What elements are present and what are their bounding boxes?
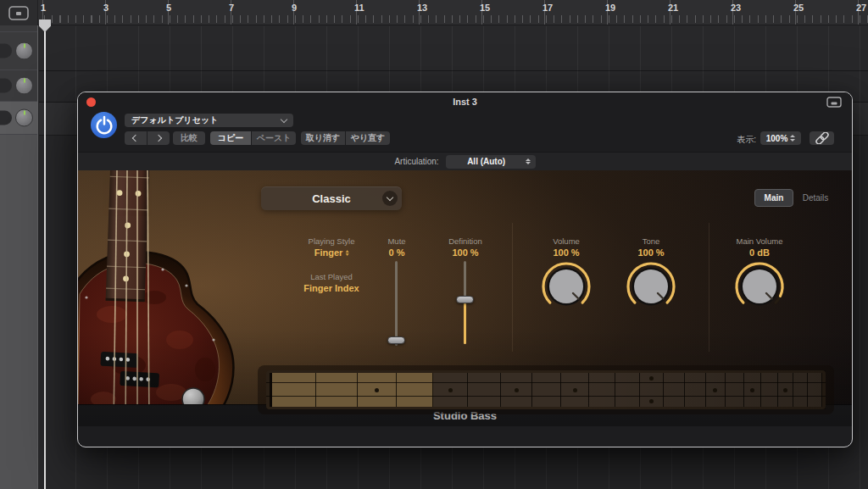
ruler-bar-label: 11	[354, 3, 364, 13]
plugin-window: Inst 3 デフォルトプリセット 比較 コピー ペースト 取り消す	[77, 92, 853, 447]
window-mode-icon[interactable]	[826, 97, 842, 108]
sound-preset-select[interactable]: Classic	[261, 186, 402, 210]
ruler-bar-label: 19	[605, 3, 615, 13]
track-mute-button[interactable]	[0, 44, 12, 58]
instrument-panel: Classic Main Details Playing Style Finge…	[78, 170, 852, 426]
ruler-bar-label: 7	[229, 3, 234, 13]
track-mute-button[interactable]	[0, 111, 12, 125]
playing-style-label: Playing Style	[309, 236, 355, 246]
fret-cell-11[interactable]	[615, 373, 640, 407]
fret-cell-19[interactable]	[778, 373, 793, 407]
fret-cell-5[interactable]	[433, 373, 468, 407]
playing-style-select[interactable]: Finger	[314, 247, 349, 258]
fret-cell-10[interactable]	[589, 373, 615, 407]
fret-cell-3[interactable]	[358, 373, 397, 407]
power-icon	[92, 113, 117, 138]
track-lane-1[interactable]	[39, 26, 868, 71]
fret-cell-15[interactable]	[706, 373, 726, 407]
chevron-left-icon	[132, 135, 139, 142]
fret-cell-9[interactable]	[561, 373, 589, 407]
mute-slider-track[interactable]	[395, 261, 398, 346]
paste-button[interactable]: ペースト	[252, 131, 296, 145]
tab-details[interactable]: Details	[793, 189, 837, 207]
ruler-bar-label: 27	[856, 3, 866, 13]
power-button[interactable]	[91, 112, 117, 138]
fret-cell-14[interactable]	[685, 373, 705, 407]
articulation-select[interactable]: All (Auto)	[446, 155, 536, 169]
ruler-bar-label: 5	[166, 3, 171, 13]
fret-cell-21[interactable]	[808, 373, 821, 407]
plugin-titlebar[interactable]: Inst 3	[78, 92, 852, 111]
plugin-header: デフォルトプリセット 比較 コピー ペースト 取り消す やり直す 表示: 100…	[78, 111, 852, 152]
compare-button[interactable]: 比較	[173, 131, 205, 145]
tone-knob[interactable]	[624, 259, 678, 314]
gutter-spacer	[0, 25, 37, 32]
volume-label: Volume	[553, 236, 580, 246]
track-header-2[interactable]	[0, 70, 37, 102]
undo-button[interactable]: 取り消す	[301, 131, 345, 145]
track-mute-button[interactable]	[0, 79, 12, 93]
track-pan-knob[interactable]	[15, 77, 33, 95]
next-preset-button[interactable]	[147, 131, 170, 145]
previous-preset-button[interactable]	[125, 131, 147, 145]
fret-cells	[270, 373, 822, 407]
chevron-circle-icon	[382, 191, 398, 206]
fret-cell-18[interactable]	[761, 373, 777, 407]
mute-label: Mute	[387, 236, 405, 246]
fret-cell-12[interactable]	[640, 373, 663, 407]
fret-cell-6[interactable]	[468, 373, 501, 407]
undo-redo-group: 取り消す やり直す	[301, 131, 390, 145]
fret-cell-13[interactable]	[664, 373, 686, 407]
volume-knob[interactable]	[539, 259, 593, 314]
playhead-line[interactable]	[44, 25, 46, 489]
fret-cell-1[interactable]	[272, 373, 316, 407]
track-header-3-selected[interactable]	[0, 102, 37, 135]
view-label: 表示:	[737, 134, 756, 146]
fret-cell-8[interactable]	[532, 373, 562, 407]
ruler-bar-label: 23	[731, 3, 741, 13]
fret-cell-2[interactable]	[316, 373, 358, 407]
redo-button[interactable]: やり直す	[346, 131, 390, 145]
last-played-value: Finger Index	[303, 283, 359, 293]
ruler-bar-label: 17	[542, 3, 553, 13]
ruler-ticks	[38, 15, 868, 23]
definition-value: 100 %	[452, 247, 478, 258]
preset-name: デフォルトプリセット	[131, 115, 218, 125]
definition-label: Definition	[448, 236, 482, 246]
definition-slider-handle[interactable]	[456, 296, 474, 303]
fret-cell-4[interactable]	[397, 373, 434, 407]
copy-button[interactable]: コピー	[210, 131, 251, 145]
ruler-bar-label: 9	[292, 3, 297, 13]
definition-slider-fill	[464, 302, 466, 344]
ruler-bar-label: 13	[417, 3, 427, 13]
fret-cell-7[interactable]	[501, 373, 532, 407]
fret-cell-16[interactable]	[726, 373, 744, 407]
copy-paste-group: コピー ペースト	[210, 131, 296, 145]
link-button[interactable]	[810, 131, 834, 145]
zoom-select[interactable]: 100%	[760, 131, 801, 145]
preset-dropdown[interactable]: デフォルトプリセット	[125, 114, 293, 127]
fret-cell-20[interactable]	[793, 373, 808, 407]
fretboard[interactable]	[266, 370, 826, 409]
main-volume-value: 0 dB	[749, 247, 770, 258]
articulation-value: All (Auto)	[451, 157, 522, 166]
timeline-ruler[interactable]: 13579111315171921232527	[0, 0, 868, 25]
tone-label: Tone	[643, 236, 660, 246]
tone-value: 100 %	[637, 247, 664, 258]
volume-value: 100 %	[553, 247, 579, 258]
fret-cell-17[interactable]	[744, 373, 762, 407]
panel-toggle-button[interactable]	[0, 0, 38, 25]
last-played-label: Last Played	[310, 272, 353, 281]
track-pan-knob[interactable]	[15, 109, 33, 127]
mute-slider-handle[interactable]	[387, 336, 405, 344]
stepper-icon	[345, 248, 348, 258]
preset-nav-group	[125, 131, 170, 145]
main-volume-label: Main Volume	[737, 236, 783, 246]
ruler-bar-label: 25	[793, 3, 804, 13]
track-pan-knob[interactable]	[15, 42, 33, 60]
track-header-1[interactable]	[0, 32, 37, 70]
section-divider	[709, 223, 709, 352]
tab-main[interactable]: Main	[754, 189, 793, 207]
section-divider	[512, 223, 513, 352]
main-volume-knob[interactable]	[732, 259, 787, 314]
